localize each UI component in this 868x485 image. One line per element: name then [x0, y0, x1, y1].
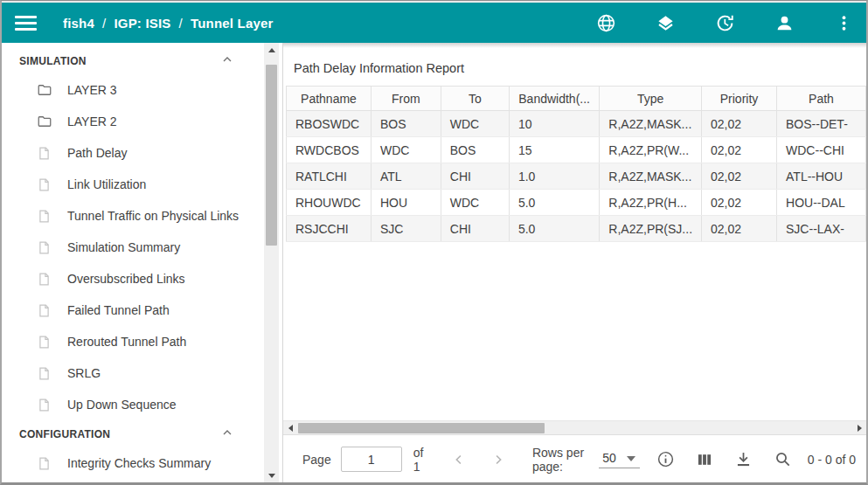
chevron-up-icon — [220, 426, 234, 442]
sidebar-item-link-utilization[interactable]: Link Utilization — [2, 169, 264, 200]
cell-to[interactable]: CHI — [441, 216, 509, 242]
table-row[interactable]: RBOSWDCBOSWDC10R,A2Z,MASK...02,02BOS--DE… — [287, 111, 866, 137]
app-window: fish4 / IGP: ISIS / Tunnel Layer — [0, 0, 868, 485]
sidebar-item-integrity-checks-summary[interactable]: Integrity Checks Summary — [2, 447, 264, 479]
cell-to[interactable]: WDC — [441, 111, 509, 137]
scroll-down-button[interactable] — [264, 468, 279, 483]
chevron-left-icon — [451, 452, 467, 468]
search-button[interactable] — [774, 450, 792, 469]
section-header-simulation[interactable]: SIMULATION — [2, 47, 264, 74]
sidebar-item-label: Up Down Sequence — [67, 398, 177, 412]
download-button[interactable] — [734, 450, 753, 469]
cell-from[interactable]: HOU — [371, 190, 441, 216]
cell-bandwidth[interactable]: 10 — [509, 111, 599, 137]
column-header-from[interactable]: From — [371, 87, 441, 111]
scroll-right-button[interactable] — [852, 421, 866, 435]
sidebar-item-failed-tunnel-path[interactable]: Failed Tunnel Path — [2, 294, 264, 326]
vertical-scrollbar-thumb[interactable] — [266, 65, 277, 246]
cell-to[interactable]: BOS — [441, 137, 509, 163]
cell-from[interactable]: BOS — [371, 111, 441, 137]
appbar-actions — [595, 12, 854, 33]
breadcrumb-item-layer[interactable]: Tunnel Layer — [191, 16, 274, 31]
table-row[interactable]: RSJCCHISJCCHI5.0R,A2Z,PR(SJ...02,02SJC--… — [287, 216, 866, 242]
sidebar-item-path-delay[interactable]: Path Delay — [2, 137, 264, 169]
download-icon — [734, 450, 753, 468]
cell-type[interactable]: R,A2Z,PR(SJ... — [600, 216, 702, 242]
scroll-left-button[interactable] — [283, 421, 297, 435]
sidebar-item-label: LAYER 2 — [67, 114, 117, 128]
update-button[interactable] — [714, 12, 735, 33]
cell-to[interactable]: WDC — [441, 190, 509, 216]
cell-bandwidth[interactable]: 1.0 — [509, 163, 599, 190]
cell-bandwidth[interactable]: 5.0 — [509, 190, 599, 216]
column-header-type[interactable]: Type — [600, 87, 702, 111]
layers-button[interactable] — [655, 12, 676, 33]
scroll-up-button[interactable] — [264, 43, 279, 58]
sidebar-item-tunnel-traffic-on-physical-links[interactable]: Tunnel Traffic on Physical Links — [2, 200, 264, 232]
sidebar-item-label: Failed Tunnel Path — [67, 303, 170, 317]
update-icon — [715, 13, 735, 33]
cell-type[interactable]: R,A2Z,PR(H... — [600, 190, 702, 216]
column-header-path[interactable]: Path — [777, 87, 866, 111]
cell-path[interactable]: HOU--DAL — [777, 190, 866, 216]
column-header-pathname[interactable]: Pathname — [287, 87, 372, 111]
column-header-to[interactable]: To — [441, 87, 509, 111]
cell-priority[interactable]: 02,02 — [702, 163, 777, 190]
user-button[interactable] — [774, 12, 795, 33]
cell-from[interactable]: SJC — [371, 216, 441, 242]
sidebar-item-srlg[interactable]: SRLG — [2, 357, 264, 389]
next-page-button[interactable] — [490, 452, 506, 468]
table-row[interactable]: RATLCHIATLCHI1.0R,A2Z,MASK...02,02ATL--H… — [287, 163, 866, 190]
cell-path[interactable]: WDC--CHI — [777, 137, 866, 163]
menu-button[interactable] — [15, 16, 37, 31]
cell-priority[interactable]: 02,02 — [702, 111, 777, 137]
cell-to[interactable]: CHI — [441, 163, 509, 190]
table-row[interactable]: RHOUWDCHOUWDC5.0R,A2Z,PR(H...02,02HOU--D… — [287, 190, 866, 216]
cell-priority[interactable]: 02,02 — [702, 137, 777, 163]
sidebar-item-simulation-summary[interactable]: Simulation Summary — [2, 232, 264, 263]
table-row[interactable]: RWDCBOSWDCBOS15R,A2Z,PR(W...02,02WDC--CH… — [287, 137, 866, 163]
cell-pathname[interactable]: RHOUWDC — [287, 190, 372, 216]
cell-path[interactable]: BOS--DET- — [777, 111, 866, 137]
sidebar-item-label: Simulation Summary — [67, 240, 180, 254]
file-icon — [37, 365, 52, 381]
sidebar-vertical-scrollbar[interactable] — [264, 43, 279, 483]
cell-type[interactable]: R,A2Z,MASK... — [600, 111, 702, 137]
column-header-bandwidth[interactable]: Bandwidth(... — [509, 87, 599, 111]
rows-per-page-select[interactable]: 50 — [599, 451, 640, 468]
cell-from[interactable]: WDC — [371, 137, 441, 163]
sidebar-item-layer-3[interactable]: LAYER 3 — [2, 74, 264, 106]
page-input[interactable] — [341, 447, 402, 472]
cell-priority[interactable]: 02,02 — [702, 190, 777, 216]
prev-page-button[interactable] — [451, 452, 467, 468]
info-button[interactable] — [656, 450, 675, 469]
cell-pathname[interactable]: RWDCBOS — [287, 137, 372, 163]
sidebar-item-layer-2[interactable]: LAYER 2 — [2, 106, 264, 137]
cell-bandwidth[interactable]: 15 — [509, 137, 599, 163]
cell-bandwidth[interactable]: 5.0 — [509, 216, 599, 242]
globe-button[interactable] — [595, 12, 616, 33]
columns-button[interactable] — [696, 450, 713, 469]
report-table-wrap: PathnameFromToBandwidth(...TypePriorityP… — [286, 86, 866, 242]
more-button[interactable] — [833, 12, 854, 33]
table-horizontal-scrollbar[interactable] — [283, 420, 866, 434]
breadcrumb-item-network[interactable]: fish4 — [63, 16, 94, 31]
cell-type[interactable]: R,A2Z,MASK... — [600, 163, 702, 190]
column-header-priority[interactable]: Priority — [702, 87, 777, 111]
cell-priority[interactable]: 02,02 — [702, 216, 777, 242]
cell-pathname[interactable]: RATLCHI — [287, 163, 372, 190]
sidebar-item-oversubscribed-links[interactable]: Oversubscribed Links — [2, 263, 264, 294]
cell-pathname[interactable]: RSJCCHI — [287, 216, 372, 242]
cell-path[interactable]: SJC--LAX- — [777, 216, 866, 242]
section-header-configuration[interactable]: CONFIGURATION — [2, 420, 264, 447]
cell-type[interactable]: R,A2Z,PR(W... — [600, 137, 702, 163]
cell-from[interactable]: ATL — [371, 163, 441, 190]
folder-icon — [37, 114, 52, 129]
sidebar-item-up-down-sequence[interactable]: Up Down Sequence — [2, 389, 264, 420]
cell-path[interactable]: ATL--HOU — [777, 163, 866, 190]
breadcrumb-item-igp[interactable]: IGP: ISIS — [114, 16, 170, 31]
sidebar-item-rerouted-tunnel-path[interactable]: Rerouted Tunnel Path — [2, 326, 264, 357]
cell-pathname[interactable]: RBOSWDC — [287, 111, 372, 137]
sidebar-item-label: SRLG — [67, 366, 101, 380]
horizontal-scrollbar-thumb[interactable] — [298, 423, 545, 433]
